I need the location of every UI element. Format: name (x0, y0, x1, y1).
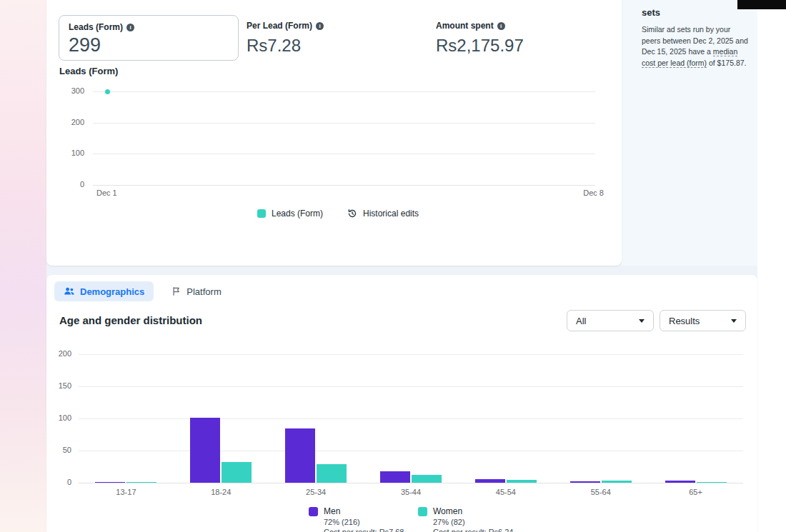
y-tick-label: 100 (56, 149, 84, 157)
legend-share: 72% (216) (324, 518, 404, 526)
legend-label: Historical edits (363, 209, 419, 219)
x-tick-label: Dec 8 (554, 189, 604, 197)
bar-group[interactable] (79, 354, 174, 483)
x-tick-label: Dec 1 (96, 189, 117, 197)
bar-women[interactable] (507, 480, 537, 483)
legend-label: Men (324, 507, 340, 516)
tab-label: Demographics (80, 286, 144, 297)
bar-women[interactable] (602, 481, 632, 483)
legend-label: Women (433, 507, 462, 516)
chevron-down-icon (639, 319, 645, 323)
history-icon (347, 209, 357, 219)
info-icon[interactable] (126, 24, 134, 31)
legend-item-historical-edits[interactable]: Historical edits (347, 209, 419, 219)
bar-group[interactable] (269, 354, 364, 483)
metric-label-text: Per Lead (Form) (247, 21, 312, 31)
bar-men[interactable] (570, 481, 600, 483)
legend-item-leads[interactable]: Leads (Form) (257, 209, 323, 219)
bar-group[interactable] (364, 354, 459, 483)
platform-icon (171, 286, 181, 296)
gridline (79, 483, 743, 483)
metric-card-cost-per-lead[interactable]: Per Lead (Form) Rs7.28 (247, 21, 324, 56)
info-icon[interactable] (497, 22, 505, 30)
bar-men[interactable] (475, 479, 505, 483)
category-label: 45-54 (458, 488, 553, 496)
bar-men[interactable] (95, 482, 125, 483)
breakdown-tabs: Demographics Platform (54, 281, 231, 301)
y-tick-label: 100 (46, 413, 71, 422)
y-tick-label: 50 (46, 446, 71, 454)
category-label: 55-64 (553, 488, 648, 496)
recommendation-text: of $175.87. (707, 59, 746, 67)
y-tick-label: 200 (56, 118, 84, 126)
bar-women[interactable] (126, 482, 156, 483)
y-tick-label: 0 (56, 180, 84, 189)
leads-data-point[interactable] (105, 89, 110, 94)
median-cost-link[interactable]: median (713, 47, 737, 56)
recommendation-line: Dec 15, 2025 have a median (642, 46, 755, 58)
category-label: 25-34 (269, 488, 364, 496)
bar-women[interactable] (697, 482, 727, 483)
metric-label: Amount spent (436, 21, 524, 31)
legend-women[interactable]: Women 27% (82) Cost per result: Rs6.24 (418, 507, 514, 532)
tab-platform[interactable]: Platform (162, 282, 230, 301)
bar-group[interactable] (648, 354, 743, 483)
legend-swatch (257, 209, 266, 218)
legend-row: Women (418, 507, 514, 516)
legend-swatch (418, 507, 427, 516)
bar-group[interactable] (174, 354, 269, 483)
bar-women[interactable] (412, 475, 442, 483)
bar-men[interactable] (380, 471, 410, 483)
metric-label-text: Amount spent (436, 21, 494, 31)
recommendation-body: Similar ad sets run by your peers betwee… (642, 24, 755, 69)
metric-value: Rs7.28 (247, 36, 324, 56)
recommendation-heading: sets (642, 7, 755, 18)
y-tick-label: 300 (56, 86, 84, 95)
demographics-card: Demographics Platform Age and gender dis… (46, 275, 757, 532)
median-cost-link[interactable]: cost per lead (form) (642, 59, 707, 68)
bar-women[interactable] (317, 464, 347, 483)
category-label: 13-17 (79, 488, 174, 496)
metric-filter-dropdown[interactable]: Results (660, 310, 746, 331)
tab-demographics[interactable]: Demographics (54, 281, 154, 301)
recommendation-line: peers between Dec 2, 2025 and (642, 36, 755, 47)
ads-manager-screen: Leads (Form) 299 Per Lead (Form) Rs7.28 … (0, 0, 786, 532)
category-label: 18-24 (174, 488, 269, 496)
line-chart-title: Leads (Form) (59, 66, 118, 76)
metric-value: 299 (69, 34, 229, 56)
bar-men[interactable] (665, 481, 695, 483)
y-tick-label: 200 (46, 349, 71, 358)
dropdown-value: All (576, 316, 586, 326)
gridline (93, 154, 595, 154)
bar-men[interactable] (285, 428, 315, 483)
line-chart-legend: Leads (Form) Historical edits (257, 209, 419, 219)
dropdown-value: Results (669, 316, 700, 326)
legend-cost: Cost per result: Rs7.68 (324, 528, 404, 532)
category-label: 35-44 (364, 488, 459, 496)
people-icon (64, 286, 75, 297)
y-tick-label: 150 (46, 381, 71, 390)
recommendation-panel: sets Similar ad sets run by your peers b… (642, 7, 755, 69)
decorative-gradient (0, 0, 46, 532)
age-gender-bar-chart (79, 354, 743, 483)
bar-women[interactable] (222, 462, 252, 483)
recommendation-line: Similar ad sets run by your (642, 24, 755, 36)
bar-group[interactable] (553, 354, 648, 483)
legend-share: 27% (82) (433, 518, 514, 526)
tab-label: Platform (186, 286, 221, 297)
metric-card-leads[interactable]: Leads (Form) 299 (59, 15, 239, 61)
metric-card-amount-spent[interactable]: Amount spent Rs2,175.97 (436, 21, 524, 56)
legend-cost: Cost per result: Rs6.24 (433, 528, 514, 532)
x-axis-category-labels: 13-1718-2425-3435-4445-5455-6465+ (79, 488, 743, 496)
recommendation-text: Dec 15, 2025 have a (642, 47, 713, 56)
bar-group[interactable] (458, 354, 553, 483)
chevron-down-icon (731, 319, 737, 323)
category-label: 65+ (648, 488, 743, 496)
legend-men[interactable]: Men 72% (216) Cost per result: Rs7.68 (309, 507, 404, 532)
bar-men[interactable] (190, 418, 220, 483)
info-icon[interactable] (316, 22, 324, 30)
metric-value: Rs2,175.97 (436, 36, 524, 56)
section-title: Age and gender distribution (59, 314, 202, 326)
metric-label: Leads (Form) (69, 22, 229, 32)
gender-filter-dropdown[interactable]: All (567, 310, 654, 331)
